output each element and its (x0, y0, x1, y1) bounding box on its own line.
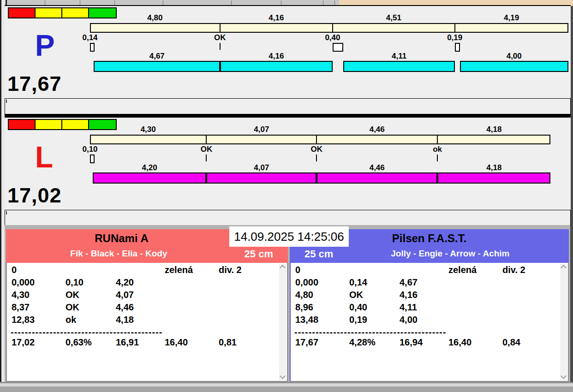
lane-l-status-strip (5, 210, 571, 226)
run-segment (206, 172, 316, 184)
table-row: 17,020,63%16,9116,400,81 (11, 337, 278, 350)
table-cell: 0 (12, 265, 17, 275)
team-dogs: Fík - Black - Elia - Kody (6, 249, 232, 259)
scrollbar[interactable] (560, 264, 567, 380)
table-row: 17,674,28%16,9416,400,84 (294, 337, 559, 350)
pass-time-label: OK (201, 145, 213, 154)
lane-panel-right-P: P 17,67 4,804,164,514,190,14OK0,400,194,… (5, 5, 571, 98)
run-bar-row (5, 172, 571, 184)
run-segment (220, 61, 333, 72)
taskbar-band (0, 386, 573, 392)
run-time-label: 4,46 (370, 163, 385, 172)
split-divider (316, 136, 317, 143)
table-row: 0,0000,144,67 (294, 277, 559, 290)
split-label-row: 4,804,164,514,19 (5, 13, 571, 22)
pass-ok-tick (206, 154, 207, 161)
split-divider (220, 24, 221, 32)
split-divider (206, 136, 207, 143)
table-cell: 4,07 (116, 290, 134, 300)
table-cell: 13,48 (295, 315, 318, 325)
run-segment (316, 172, 437, 184)
table-cell: zelená (165, 265, 193, 275)
table-cell: 16,94 (400, 337, 423, 348)
scrollbar[interactable] (279, 264, 286, 380)
run-time-label: 4,67 (149, 52, 165, 61)
lane-total-time: 17,02 (7, 184, 62, 208)
table-cell: 4,18 (116, 315, 134, 325)
timestamp: 14.09.2025 14:25:06 (229, 226, 349, 247)
table-row: 0zelenádiv. 2 (11, 265, 278, 277)
pass-ok-tick (220, 43, 221, 50)
pass-time-label: OK (214, 33, 226, 42)
table-cell: 0,81 (219, 337, 237, 348)
scroll-down-icon[interactable] (561, 373, 567, 379)
table-row: 4,30OK4,07 (11, 290, 278, 302)
table-cell: 4,67 (400, 277, 418, 288)
lane-panel-left-L: L 17,02 4,304,074,464,180,10OKOKok4,204,… (5, 117, 571, 210)
table-row: 13,480,194,00 (294, 315, 559, 327)
run-time-label: 4,20 (142, 163, 157, 172)
run-segment (93, 172, 207, 184)
table-cell: 4,16 (400, 290, 418, 300)
pass-time-label: 0,19 (447, 33, 462, 42)
pass-time-label: ok (433, 145, 442, 154)
run-time-label: 4,18 (486, 163, 501, 172)
split-bar (90, 135, 550, 144)
strip-tick (163, 0, 163, 5)
table-cell: ok (66, 315, 76, 325)
table-cell: 4,11 (400, 302, 417, 313)
strip-tick (281, 0, 281, 5)
results-table: 0zelenádiv. 20,0000,144,674,80OK4,168,96… (294, 265, 559, 381)
scroll-up-icon[interactable] (280, 265, 286, 271)
window-bottom-strip (0, 383, 573, 386)
table-cell: 0,14 (349, 277, 367, 288)
scroll-down-icon[interactable] (280, 373, 286, 379)
table-cell: OK (66, 290, 79, 300)
run-label-row: 4,674,164,114,00 (5, 52, 571, 60)
pass-window-box (333, 43, 343, 52)
run-segment (94, 61, 220, 72)
run-label-row: 4,204,074,464,18 (5, 163, 571, 172)
table-cell: 4,80 (295, 290, 313, 300)
split-label-row: 4,304,074,464,18 (5, 125, 571, 133)
split-time-label: 4,80 (147, 13, 162, 23)
table-cell: 4,46 (116, 302, 134, 313)
team-panel-left: RUNami A Fík - Black - Elia - Kody 25 cm… (6, 229, 288, 382)
strip-tick (45, 0, 45, 5)
cursor-tick (6, 211, 7, 214)
run-segment (343, 61, 454, 72)
pass-ok-tick (437, 154, 438, 161)
table-separator: ----------------------------------------… (11, 327, 278, 337)
run-time-label: 4,11 (392, 52, 406, 61)
pass-label-row: 0,10OKOKok (5, 145, 571, 153)
scroll-up-icon[interactable] (561, 265, 567, 271)
pass-ok-tick (316, 154, 317, 161)
split-time-label: 4,18 (486, 125, 501, 134)
table-cell: 8,37 (12, 302, 30, 313)
table-cell: div. 2 (219, 265, 242, 275)
jump-height-badge: 25 cm (304, 248, 333, 260)
lane-p-status-strip (5, 98, 571, 114)
strip-tick (334, 0, 335, 5)
split-time-label: 4,16 (269, 13, 284, 23)
pass-window-box (455, 43, 460, 52)
table-cell: 4,00 (400, 315, 418, 325)
table-cell: 4,28% (349, 337, 376, 348)
table-row: 0,0000,104,20 (11, 277, 278, 290)
pass-time-label: OK (311, 145, 323, 154)
table-cell: 0,000 (12, 277, 35, 288)
strip-tick (80, 0, 80, 5)
table-cell: 17,67 (295, 337, 318, 348)
pass-window-box (90, 43, 95, 52)
table-cell: 0,40 (349, 302, 367, 313)
table-row: 12,83ok4,18 (11, 315, 278, 327)
cursor-tick (6, 100, 7, 103)
strip-tick (323, 0, 323, 5)
table-cell: 16,40 (165, 337, 188, 348)
team-results-left: 0zelenádiv. 20,0000,104,204,30OK4,078,37… (6, 263, 288, 382)
lane-total-time: 17,67 (7, 72, 62, 96)
table-separator: ----------------------------------------… (294, 327, 559, 337)
table-cell: 0,000 (295, 277, 318, 288)
table-cell: 0,10 (66, 277, 84, 288)
table-cell: 4,30 (12, 290, 30, 300)
